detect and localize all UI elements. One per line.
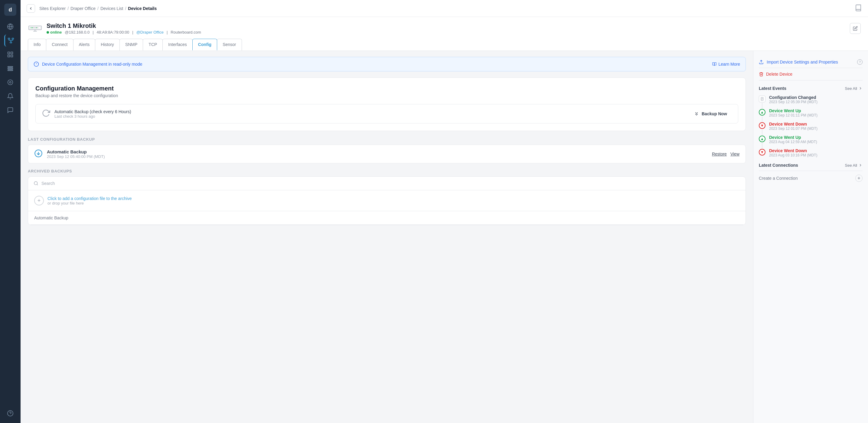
breadcrumb-current: Device Details	[128, 6, 157, 11]
svg-point-18	[32, 27, 33, 28]
svg-point-11	[8, 80, 13, 85]
event-up-2-title: Device Went Up	[769, 135, 817, 140]
sidebar-item-circle[interactable]	[4, 76, 16, 88]
backup-now-button[interactable]: Backup Now	[689, 109, 732, 119]
device-site-link[interactable]: @Draper Office	[136, 30, 164, 34]
sidebar-item-help[interactable]	[4, 407, 16, 419]
device-meta: online @192.168.0.0 | 48:A9:8A:79:00:00 …	[46, 30, 846, 34]
svg-rect-10	[8, 70, 13, 71]
event-up-1-icon: ▲	[759, 109, 766, 117]
tab-snmp[interactable]: SNMP	[120, 39, 143, 51]
connections-section: Latest Connections See All Create a Conn…	[759, 163, 863, 185]
sidebar-item-network[interactable]	[4, 34, 16, 47]
tab-alerts[interactable]: Alerts	[73, 39, 96, 51]
create-connection-row: Create a Connection +	[759, 171, 863, 185]
breadcrumb-sites-explorer[interactable]: Sites Explorer	[39, 6, 66, 11]
device-sep-1: |	[93, 30, 93, 34]
backup-item-date: 2023 Sep 12 05:40:00 PM (MDT)	[47, 154, 708, 159]
import-help-icon[interactable]: ?	[857, 59, 863, 65]
svg-line-24	[35, 30, 36, 31]
device-status: online	[46, 30, 62, 34]
event-config-changed: Configuration Changed 2023 Sep 12 05:39 …	[759, 95, 863, 104]
tab-history[interactable]: History	[95, 39, 120, 51]
tab-connect[interactable]: Connect	[46, 39, 73, 51]
tab-config[interactable]: Config	[192, 39, 217, 51]
event-up-2-content: Device Went Up 2023 Aug 04 12:59 AM (MDT…	[769, 135, 817, 144]
device-sep-2: |	[132, 30, 133, 34]
app-logo[interactable]: d	[4, 4, 16, 16]
backup-item-info: Automatic Backup 2023 Sep 12 05:40:00 PM…	[47, 149, 708, 159]
delete-device-action[interactable]: Delete Device	[759, 68, 863, 81]
events-header: Latest Events See All	[759, 86, 863, 91]
search-icon	[34, 181, 38, 186]
breadcrumb-devices-list[interactable]: Devices List	[100, 6, 123, 11]
restore-link[interactable]: Restore	[712, 152, 727, 156]
last-backup-section-label: Last Configuration Backup	[28, 137, 746, 142]
event-up-2-icon: ▲	[759, 135, 766, 144]
sidebar: d	[0, 0, 21, 423]
event-config-icon	[759, 96, 766, 104]
event-down-1-icon: ▼	[759, 122, 766, 131]
add-file-button[interactable]: +	[34, 196, 44, 206]
device-tabs: Info Connect Alerts History SNMP TCP Int…	[28, 39, 861, 51]
view-link[interactable]: View	[731, 152, 740, 156]
book-open-icon	[712, 62, 716, 66]
sidebar-item-globe[interactable]	[4, 21, 16, 33]
events-section: Latest Events See All Configuration Cha	[759, 86, 863, 157]
connections-header: Latest Connections See All	[759, 163, 863, 168]
trash-icon	[759, 72, 764, 77]
search-row	[28, 177, 745, 190]
auto-backup-list-item: Automatic Backup	[28, 211, 745, 225]
event-config-date: 2023 Sep 12 05:39 PM (MDT)	[769, 100, 817, 104]
last-backup-item: Automatic Backup 2023 Sep 12 05:40:00 PM…	[28, 145, 746, 163]
svg-rect-2	[12, 38, 13, 39]
import-settings-action[interactable]: Import Device Settings and Properties ?	[759, 56, 863, 68]
import-settings-label: Import Device Settings and Properties	[767, 60, 838, 64]
event-device-down-1: ▼ Device Went Down 2023 Sep 12 01:07 PM …	[759, 122, 863, 131]
device-type-icon	[28, 21, 42, 36]
tab-sensor[interactable]: Sensor	[217, 39, 242, 51]
svg-rect-1	[8, 38, 10, 39]
content-area: Device Configuration Management in read-…	[21, 51, 868, 423]
latest-connections-title: Latest Connections	[759, 163, 798, 168]
svg-point-19	[33, 27, 34, 28]
readonly-banner-right: Learn More	[712, 62, 740, 66]
back-button[interactable]	[27, 4, 35, 13]
breadcrumb-draper-office[interactable]: Draper Office	[70, 6, 96, 11]
device-header: Switch 1 Mikrotik online @192.168.0.0 | …	[21, 17, 868, 51]
tab-interfaces[interactable]: Interfaces	[162, 39, 192, 51]
device-sep-3: |	[167, 30, 167, 34]
svg-line-23	[34, 30, 34, 31]
search-input[interactable]	[41, 181, 740, 186]
learn-more-link[interactable]: Learn More	[712, 62, 740, 66]
event-up-2-date: 2023 Aug 04 12:59 AM (MDT)	[769, 140, 817, 144]
download-double-icon	[694, 111, 699, 117]
config-title: Configuration Management	[35, 85, 738, 92]
sidebar-item-grid[interactable]	[4, 49, 16, 61]
event-down-2-date: 2023 Aug 03 10:16 PM (MDT)	[769, 153, 817, 157]
auto-backup-label: Automatic Backup (check every 6 Hours)	[55, 109, 131, 114]
readonly-banner: Device Configuration Management in read-…	[28, 57, 746, 71]
backup-item-name: Automatic Backup	[47, 149, 708, 154]
backup-actions-row: Automatic Backup (check every 6 Hours) L…	[35, 104, 738, 123]
auto-backup-icon	[42, 109, 50, 119]
breadcrumb: Sites Explorer / Draper Office / Devices…	[27, 4, 157, 13]
create-connection-button[interactable]: +	[855, 175, 863, 182]
book-icon[interactable]	[855, 4, 862, 13]
breadcrumb-sep-2: /	[97, 6, 99, 11]
events-see-all-button[interactable]: See All	[845, 86, 863, 91]
add-file-secondary: or drop your file here	[48, 201, 132, 206]
event-device-up-1: ▲ Device Went Up 2023 Sep 12 01:11 PM (M…	[759, 108, 863, 117]
svg-point-12	[9, 81, 11, 83]
add-file-primary[interactable]: Click to add a configuration file to the…	[48, 196, 132, 201]
connections-see-all-button[interactable]: See All	[845, 163, 863, 168]
sidebar-item-list[interactable]	[4, 62, 16, 74]
tab-info[interactable]: Info	[28, 39, 46, 51]
sidebar-item-bell[interactable]	[4, 90, 16, 102]
svg-point-21	[36, 27, 37, 28]
connections-chevron-right-icon	[858, 163, 863, 167]
sidebar-item-message[interactable]	[4, 104, 16, 116]
svg-rect-3	[10, 42, 12, 43]
edit-device-button[interactable]	[850, 23, 861, 34]
tab-tcp[interactable]: TCP	[143, 39, 163, 51]
